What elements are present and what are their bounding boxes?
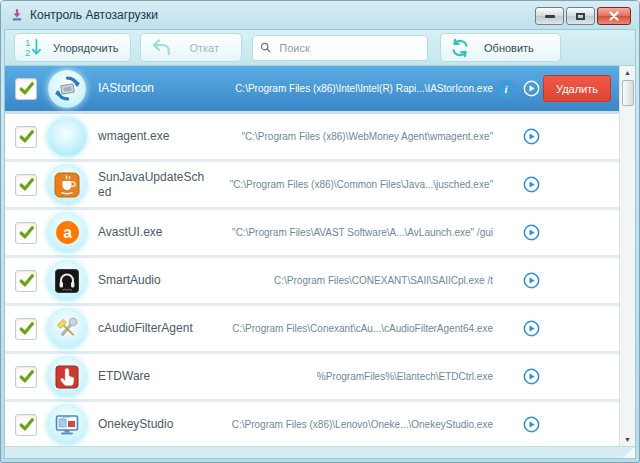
touchpad-hand-icon <box>48 358 86 396</box>
item-path: C:\Program Files\CONEXANT\SAII\SAIICpl.e… <box>210 275 493 286</box>
avast-icon: a <box>48 214 86 252</box>
item-path: C:\Program Files (x86)\Intel\Intel(R) Ra… <box>210 83 493 94</box>
item-name: SunJavaUpdateSched <box>98 170 210 200</box>
refresh-button-label: Обновить <box>484 42 534 54</box>
java-coffee-icon <box>48 166 86 204</box>
run-item-icon[interactable] <box>519 80 543 97</box>
item-checkbox[interactable] <box>15 366 37 388</box>
item-checkbox[interactable] <box>15 414 37 436</box>
item-checkbox[interactable] <box>15 222 37 244</box>
item-name: AvastUI.exe <box>98 225 210 240</box>
window-title: Контроль Автозагрузки <box>30 8 158 22</box>
undo-button-label: Откат <box>189 42 219 54</box>
svg-text:a: a <box>63 224 72 241</box>
item-checkbox[interactable] <box>15 78 37 100</box>
close-icon <box>609 11 619 21</box>
item-path: "C:\Program Files (x86)\Common Files\Jav… <box>210 179 493 190</box>
item-path: C:\Program Files\Conexant\cAu...\cAudioF… <box>210 323 493 334</box>
delete-slot: Удалить <box>543 75 619 102</box>
info-slot: i <box>493 80 519 98</box>
item-path: "C:\Program Files\AVAST Software\A...\Av… <box>210 227 493 238</box>
sort-12-icon: 12 <box>23 36 46 59</box>
run-item-icon[interactable] <box>519 272 543 289</box>
run-item-icon[interactable] <box>519 368 543 385</box>
sort-button[interactable]: 12 Упорядочить <box>14 33 131 62</box>
app-window: Контроль Автозагрузки 12 Упорядочить Отк… <box>0 0 640 463</box>
minimize-button[interactable] <box>535 7 564 25</box>
app-download-arrow-icon <box>10 8 24 22</box>
titlebar: Контроль Автозагрузки <box>1 1 639 29</box>
svg-text:2: 2 <box>25 47 30 58</box>
startup-item-row[interactable]: aAvastUI.exe"C:\Program Files\AVAST Soft… <box>5 210 619 258</box>
toolbar: 12 Упорядочить Откат Обновить <box>5 30 635 66</box>
item-checkbox[interactable] <box>15 126 37 148</box>
startup-item-row[interactable]: SmartAudioC:\Program Files\CONEXANT\SAII… <box>5 258 619 306</box>
item-path: C:\Program Files (x86)\Lenovo\Oneke...\O… <box>210 419 493 430</box>
minimize-icon <box>545 15 555 18</box>
sort-button-label: Упорядочить <box>53 42 118 54</box>
intel-rapid-storage-icon <box>48 70 86 108</box>
item-name: IAStorIcon <box>98 81 210 96</box>
run-item-icon[interactable] <box>519 176 543 193</box>
startup-item-row[interactable]: IAStorIconC:\Program Files (x86)\Intel\I… <box>5 66 619 114</box>
startup-item-row[interactable]: wmagent.exe"C:\Program Files (x86)\WebMo… <box>5 114 619 162</box>
main-panel: 12 Упорядочить Откат Обновить <box>4 29 636 459</box>
item-path: "C:\Program Files (x86)\WebMoney Agent\w… <box>210 131 493 142</box>
undo-arrow-icon <box>149 37 174 58</box>
list-wrap: IAStorIconC:\Program Files (x86)\Intel\I… <box>5 66 635 446</box>
search-box <box>252 35 428 61</box>
statusbar <box>5 446 635 458</box>
scrollbar[interactable]: ▲ ▼ <box>619 66 635 446</box>
search-input[interactable] <box>277 41 420 55</box>
startup-list: IAStorIconC:\Program Files (x86)\Intel\I… <box>5 66 619 446</box>
resize-grip-icon[interactable] <box>622 447 635 458</box>
scroll-down-arrow[interactable]: ▼ <box>620 433 635 446</box>
undo-button[interactable]: Откат <box>140 33 242 62</box>
item-checkbox[interactable] <box>15 174 37 196</box>
item-name: cAudioFilterAgent <box>98 321 210 336</box>
refresh-icon <box>449 37 471 59</box>
scrollbar-thumb[interactable] <box>622 80 634 106</box>
tools-icon <box>48 310 86 348</box>
run-item-icon[interactable] <box>519 320 543 337</box>
info-icon[interactable]: i <box>497 80 515 98</box>
search-icon <box>260 41 271 54</box>
maximize-button[interactable] <box>566 7 595 25</box>
run-item-icon[interactable] <box>519 416 543 433</box>
refresh-button[interactable]: Обновить <box>440 33 561 62</box>
item-name: SmartAudio <box>98 273 210 288</box>
monitor-icon <box>48 406 86 444</box>
window-controls <box>535 7 631 25</box>
item-name: ETDWare <box>98 369 210 384</box>
headphones-icon <box>48 262 86 300</box>
startup-item-row[interactable]: cAudioFilterAgentC:\Program Files\Conexa… <box>5 306 619 354</box>
run-item-icon[interactable] <box>519 224 543 241</box>
webmoney-sphere-icon <box>48 118 86 156</box>
scroll-up-arrow[interactable]: ▲ <box>620 66 635 79</box>
item-name: OnekeyStudio <box>98 417 210 432</box>
delete-button[interactable]: Удалить <box>543 75 611 102</box>
item-name: wmagent.exe <box>98 129 210 144</box>
startup-item-row[interactable]: ETDWare%ProgramFiles%\Elantech\ETDCtrl.e… <box>5 354 619 402</box>
maximize-icon <box>576 13 585 20</box>
startup-item-row[interactable]: OnekeyStudioC:\Program Files (x86)\Lenov… <box>5 402 619 446</box>
startup-item-row[interactable]: SunJavaUpdateSched"C:\Program Files (x86… <box>5 162 619 210</box>
close-button[interactable] <box>597 7 631 25</box>
item-checkbox[interactable] <box>15 270 37 292</box>
item-path: %ProgramFiles%\Elantech\ETDCtrl.exe <box>210 371 493 382</box>
item-checkbox[interactable] <box>15 318 37 340</box>
svg-text:1: 1 <box>25 37 30 48</box>
run-item-icon[interactable] <box>519 128 543 145</box>
